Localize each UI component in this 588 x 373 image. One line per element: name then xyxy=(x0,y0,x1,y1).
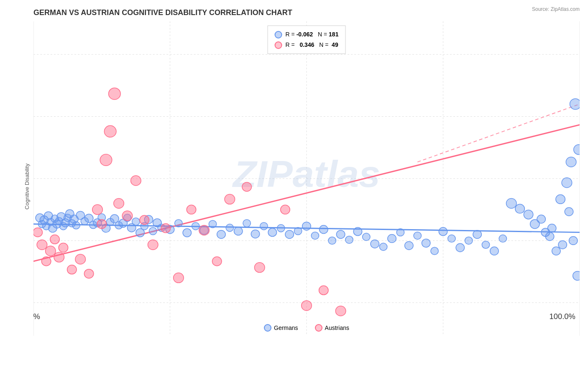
svg-point-132 xyxy=(122,211,132,221)
legend-item-pink: Austrians xyxy=(315,324,349,332)
svg-point-87 xyxy=(414,232,421,240)
legend-row-pink: R = 0.346 N = 49 xyxy=(275,40,339,50)
svg-point-37 xyxy=(72,222,80,229)
svg-point-123 xyxy=(67,265,77,274)
svg-point-117 xyxy=(37,240,47,250)
svg-point-90 xyxy=(439,227,447,236)
svg-point-92 xyxy=(456,243,464,252)
svg-point-68 xyxy=(251,230,259,238)
svg-point-67 xyxy=(243,220,251,227)
pink-r-label: R = 0.346 N = 49 xyxy=(286,40,338,50)
svg-point-83 xyxy=(379,243,387,250)
svg-point-98 xyxy=(506,198,516,208)
svg-point-97 xyxy=(499,235,506,243)
svg-point-91 xyxy=(448,235,455,243)
chart-area: R = -0.062 N = 181 R = 0.346 N = 49 50.0… xyxy=(33,21,580,336)
svg-point-64 xyxy=(217,230,225,239)
svg-point-69 xyxy=(260,222,268,230)
svg-point-51 xyxy=(132,218,140,225)
svg-point-141 xyxy=(225,194,235,204)
svg-point-61 xyxy=(192,222,199,230)
svg-point-147 xyxy=(335,306,345,316)
svg-point-71 xyxy=(277,225,285,232)
chart-title: GERMAN VS AUSTRIAN COGNITIVE DISABILITY … xyxy=(33,8,580,17)
svg-point-122 xyxy=(59,243,68,252)
svg-point-121 xyxy=(54,252,64,262)
svg-point-120 xyxy=(50,235,59,244)
svg-point-55 xyxy=(149,227,157,235)
legend-label-pink: Austrians xyxy=(325,324,349,331)
svg-point-84 xyxy=(388,235,396,243)
svg-point-118 xyxy=(41,257,51,266)
svg-point-126 xyxy=(92,204,102,215)
svg-point-139 xyxy=(199,225,209,235)
svg-point-114 xyxy=(573,271,580,281)
pink-swatch xyxy=(275,41,282,49)
svg-point-80 xyxy=(353,227,362,236)
svg-point-60 xyxy=(183,229,191,237)
svg-point-95 xyxy=(482,241,489,248)
svg-point-128 xyxy=(100,154,112,166)
svg-point-112 xyxy=(569,237,577,245)
svg-text:0.0%: 0.0% xyxy=(33,313,40,321)
legend-item-blue: Germans xyxy=(264,324,298,332)
svg-point-70 xyxy=(268,228,276,237)
svg-point-136 xyxy=(161,224,170,233)
svg-point-86 xyxy=(405,241,413,250)
legend-row-blue: R = -0.062 N = 181 xyxy=(275,29,339,40)
svg-point-73 xyxy=(294,227,302,235)
svg-point-140 xyxy=(212,257,222,266)
svg-point-94 xyxy=(473,230,481,239)
svg-point-76 xyxy=(320,225,328,234)
svg-point-131 xyxy=(114,198,124,208)
svg-point-104 xyxy=(545,232,554,241)
svg-point-146 xyxy=(319,286,328,295)
bottom-legend: Germans Austrians xyxy=(264,324,349,332)
svg-text:100.0%: 100.0% xyxy=(550,313,575,321)
svg-point-66 xyxy=(234,227,243,235)
svg-point-119 xyxy=(46,246,56,256)
svg-point-100 xyxy=(524,210,533,219)
svg-point-102 xyxy=(537,215,545,223)
legend-swatch-pink-bottom xyxy=(315,324,322,332)
svg-point-77 xyxy=(328,237,336,245)
svg-point-115 xyxy=(574,145,580,155)
scatter-plot: 50.0% 37.5% 25.0% 12.5% 0.0% 100.0% ZIPa… xyxy=(33,21,580,336)
svg-point-78 xyxy=(336,230,345,239)
svg-point-106 xyxy=(552,247,560,255)
svg-point-81 xyxy=(363,233,370,241)
svg-line-19 xyxy=(417,104,580,162)
svg-point-110 xyxy=(565,207,573,216)
svg-point-111 xyxy=(566,157,576,167)
svg-point-75 xyxy=(311,232,319,240)
chart-container: GERMAN VS AUSTRIAN COGNITIVE DISABILITY … xyxy=(0,0,588,373)
svg-point-145 xyxy=(302,301,312,311)
svg-point-124 xyxy=(75,254,85,264)
svg-point-138 xyxy=(187,205,196,214)
svg-point-144 xyxy=(281,205,290,214)
svg-point-79 xyxy=(345,236,353,244)
svg-point-130 xyxy=(109,88,121,100)
svg-text:ZIPatlas: ZIPatlas xyxy=(232,153,380,194)
svg-point-74 xyxy=(302,222,311,230)
svg-point-125 xyxy=(84,269,93,278)
svg-point-109 xyxy=(562,178,572,188)
y-axis-label: Cognitive Disability xyxy=(24,164,30,209)
svg-point-127 xyxy=(97,220,106,229)
svg-point-133 xyxy=(131,176,141,186)
svg-point-96 xyxy=(490,247,499,255)
svg-point-105 xyxy=(547,224,556,232)
legend-swatch-blue-bottom xyxy=(264,324,271,332)
svg-point-93 xyxy=(465,237,473,245)
legend-label-blue: Germans xyxy=(274,324,298,331)
blue-swatch xyxy=(275,31,282,38)
svg-point-82 xyxy=(371,240,379,248)
svg-point-99 xyxy=(515,204,524,213)
svg-point-59 xyxy=(175,220,182,227)
svg-point-129 xyxy=(104,125,116,137)
svg-point-63 xyxy=(209,220,216,228)
svg-point-137 xyxy=(174,273,184,283)
svg-point-108 xyxy=(558,240,567,249)
svg-point-89 xyxy=(431,247,438,255)
svg-point-85 xyxy=(396,229,404,236)
